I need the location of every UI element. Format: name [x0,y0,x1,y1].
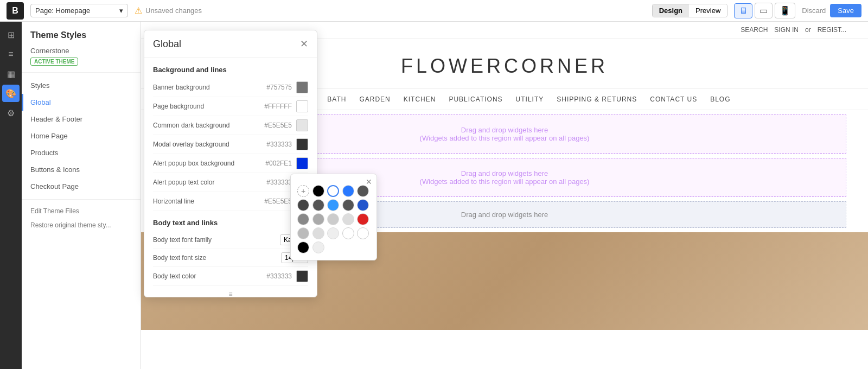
edit-theme-files-link[interactable]: Edit Theme Files [22,204,141,218]
color-swatch-white-selected[interactable] [327,185,339,197]
color-swatch-lightgray2[interactable] [312,227,324,239]
page-selector[interactable]: Page: Homepage ▾ [30,4,128,17]
nav-kitchen[interactable]: KITCHEN [404,96,436,103]
alert-box-swatch[interactable] [296,157,308,169]
icon-bar: ⊞ ≡ ▦ 🎨 ⚙ [0,22,22,369]
body-font-family-row: Body text font family Karla ▾ [153,231,308,249]
color-swatch-black2[interactable] [297,241,309,253]
global-panel-header: Global ✕ [144,30,317,58]
body-font-family-label: Body text font family [153,236,280,244]
top-bar: B Page: Homepage ▾ ⚠ Unsaved changes Des… [0,0,868,22]
body-text-color-hex: #333333 [266,272,292,280]
horizontal-line-row: Horizontal line #E5E5E5 [153,192,308,211]
preview-button[interactable]: Preview [689,4,727,17]
color-swatch-white1[interactable] [342,227,354,239]
color-swatch-nearwhite2[interactable] [312,241,324,253]
body-text-heading: Body text and links [153,211,308,231]
icon-bar-home[interactable]: ⊞ [2,26,20,43]
sidebar-item-home-page[interactable]: Home Page [22,128,141,144]
color-swatch-blue[interactable] [342,185,354,197]
save-button[interactable]: Save [830,4,861,17]
modal-overlay-row: Modal overlay background #333333 [153,135,308,154]
signin-label: SIGN IN [774,26,799,34]
desktop-view-button[interactable]: 🖥 [734,3,752,18]
page-background-row: Page background #FFFFFF [153,97,308,116]
color-swatch-blue2[interactable] [327,199,339,211]
background-lines-heading: Background and lines [153,58,308,78]
color-swatch-dark2[interactable] [297,199,309,211]
nav-bath[interactable]: BATH [327,96,346,103]
color-swatch-gray1[interactable] [297,213,309,225]
color-swatch-red[interactable] [357,213,369,225]
nav-garden[interactable]: GARDEN [359,96,390,103]
unsaved-changes: ⚠ Unsaved changes [135,5,202,16]
color-swatch-lightgray1[interactable] [297,227,309,239]
color-swatch-gray4[interactable] [342,213,354,225]
color-swatch-dark1[interactable] [357,185,369,197]
restore-theme-link[interactable]: Restore original theme sty... [22,218,141,232]
view-buttons: 🖥 ▭ 📱 [734,3,795,18]
discard-button[interactable]: Discard [802,7,826,15]
sidebar-item-products[interactable]: Products [22,144,141,161]
horizontal-line-label: Horizontal line [153,198,264,205]
active-theme-badge: ACTIVE THEME [30,58,78,66]
tablet-view-button[interactable]: ▭ [755,3,773,18]
sidebar-item-header-footer[interactable]: Header & Footer [22,111,141,128]
alert-box-label: Alert popup box background [153,160,265,167]
nav-contact-us[interactable]: CONTACT US [650,96,697,103]
common-dark-swatch[interactable] [296,119,308,131]
sidebar-item-buttons-icons[interactable]: Buttons & Icons [22,161,141,178]
theme-panel: Theme Styles Cornerstone ACTIVE THEME St… [22,22,141,369]
body-text-color-swatch[interactable] [296,270,308,282]
color-swatch-dark4[interactable] [342,199,354,211]
sidebar-item-checkout[interactable]: Checkout Page [22,178,141,195]
add-color-button[interactable]: + [297,185,309,197]
color-swatch-nearwhite1[interactable] [327,227,339,239]
nav-utility[interactable]: UTILITY [516,96,544,103]
page-bg-hex: #FFFFFF [264,103,292,110]
modal-overlay-swatch[interactable] [296,138,308,150]
page-bg-swatch[interactable] [296,100,308,112]
color-swatch-gray3[interactable] [327,213,339,225]
body-font-size-label: Body text font size [153,254,281,262]
common-dark-row: Common dark background #E5E5E5 [153,116,308,135]
color-swatch-gray2[interactable] [312,213,324,225]
mobile-view-button[interactable]: 📱 [775,3,795,18]
or-label: or [805,26,811,34]
theme-name: Cornerstone [22,47,141,57]
top-right-actions: Discard Save [802,4,861,17]
global-panel-title: Global [153,39,181,50]
color-swatch-dark3[interactable] [312,199,324,211]
nav-shipping[interactable]: SHIPPING & RETURNS [557,96,637,103]
page-selector-label: Page: Homepage [35,7,90,15]
site-header-actions: SEARCH SIGN IN or REGIST... [741,26,846,34]
alert-text-label: Alert popup text color [153,179,266,186]
color-swatch-white2[interactable] [357,227,369,239]
sidebar-item-global[interactable]: Global [22,94,141,111]
icon-bar-layers[interactable]: ≡ [2,46,20,63]
theme-panel-title: Theme Styles [22,30,141,47]
common-dark-hex: #E5E5E5 [264,122,292,129]
banner-background-row: Banner background #757575 [153,78,308,97]
common-dark-label: Common dark background [153,122,264,129]
sidebar-item-styles[interactable]: Styles [22,77,141,94]
modal-overlay-hex: #333333 [266,141,292,148]
banner-bg-swatch[interactable] [296,81,308,93]
global-panel-close-button[interactable]: ✕ [300,38,308,50]
nav-publications[interactable]: PUBLICATIONS [449,96,502,103]
color-swatch-navy[interactable] [357,199,369,211]
modal-overlay-label: Modal overlay background [153,141,266,148]
banner-bg-label: Banner background [153,84,266,91]
icon-bar-blocks[interactable]: ▦ [2,65,20,82]
color-swatch-black[interactable] [312,185,324,197]
main-layout: ⊞ ≡ ▦ 🎨 ⚙ Theme Styles Cornerstone ACTIV… [0,22,868,369]
color-picker-close-button[interactable]: ✕ [366,177,372,186]
icon-bar-paint[interactable]: 🎨 [2,85,20,102]
icon-bar-settings[interactable]: ⚙ [2,104,20,122]
alert-box-row: Alert popup box background #002FE1 [153,154,308,173]
nav-blog[interactable]: BLOG [710,96,730,103]
design-button[interactable]: Design [653,4,689,17]
scroll-indicator: ≡ [153,286,308,297]
search-label: SEARCH [741,26,768,34]
body-text-color-row: Body text color #333333 [153,267,308,286]
